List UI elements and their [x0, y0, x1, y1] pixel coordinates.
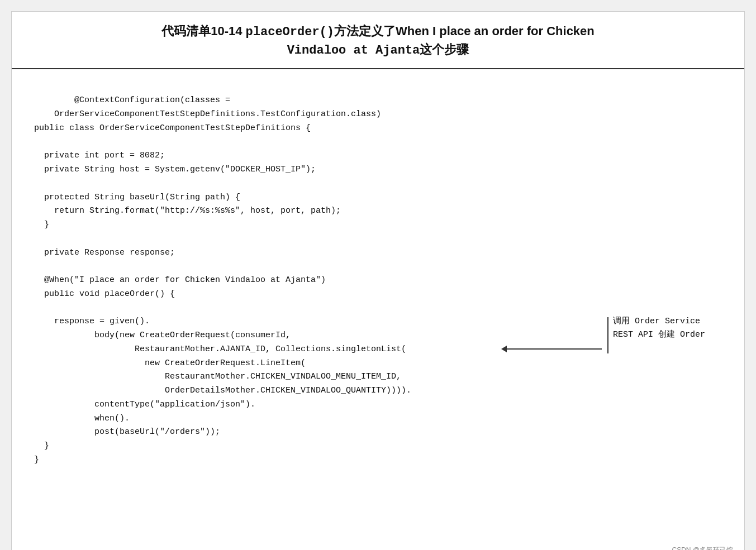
main-container: 代码清单10-14 placeOrder()方法定义了When I place … — [11, 11, 745, 550]
code-line-5: private int port = 8082; — [34, 151, 165, 160]
arrow-shaft — [507, 348, 602, 350]
code-wrapper: @ContextConfiguration(classes = OrderSer… — [34, 80, 722, 481]
code-line-20: new CreateOrderRequest.LineItem( — [34, 358, 306, 368]
code-line-22: OrderDetailsMother.CHICKEN_VINDALOO_QUAN… — [34, 386, 411, 395]
title-text: 代码清单10-14 placeOrder()方法定义了When I place … — [28, 23, 728, 60]
title-section: 代码清单10-14 placeOrder()方法定义了When I place … — [12, 12, 744, 69]
code-section: @ContextConfiguration(classes = OrderSer… — [12, 69, 744, 498]
code-line-24: when(). — [34, 414, 130, 423]
annotation-inner: 调用 Order Service REST API 创建 Order — [607, 315, 705, 353]
code-line-13 — [34, 261, 39, 271]
annotation-vertical-line — [607, 317, 608, 353]
annotation-line1: 调用 Order Service — [613, 315, 705, 329]
code-line-14: @When("I place an order for Chicken Vind… — [34, 275, 326, 285]
code-line-23: contentType("application/json"). — [34, 400, 255, 409]
title-prefix: 代码清单10-14 — [161, 24, 245, 38]
code-line-17: response = given(). — [34, 317, 150, 326]
code-line-21: RestaurantMother.CHICKEN_VINDALOO_MENU_I… — [34, 372, 401, 381]
code-line-11 — [34, 234, 39, 243]
arrow-wrapper — [501, 346, 602, 352]
title-mono: placeOrder() — [246, 25, 334, 39]
code-line-7 — [34, 179, 39, 188]
code-line-3: public class OrderServiceComponentTestSt… — [34, 123, 311, 133]
code-line-26: } — [34, 441, 49, 451]
code-line-9: return String.format("http://%s:%s%s", h… — [34, 206, 341, 216]
code-line-25: post(baseUrl("/orders")); — [34, 427, 220, 437]
title-suffix-cn: 方法定义了 — [334, 24, 396, 38]
code-line-19: RestaurantMother.AJANTA_ID, Collections.… — [34, 345, 406, 354]
annotation-line2: REST API 创建 Order — [613, 328, 705, 342]
code-line-1: @ContextConfiguration(classes = — [74, 95, 230, 105]
code-line-4 — [34, 137, 39, 147]
code-block: @ContextConfiguration(classes = OrderSer… — [34, 80, 722, 481]
annotation-content: 调用 Order Service REST API 创建 Order — [613, 315, 705, 343]
code-line-15: public void placeOrder() { — [34, 289, 175, 299]
annotation-container: 调用 Order Service REST API 创建 Order — [607, 315, 705, 353]
code-line-12: private Response response; — [34, 248, 175, 257]
title-suffix-en: When I place an order for Chicken — [396, 24, 595, 38]
watermark: CSDN @多氯环己烷 — [672, 546, 733, 550]
title-line2-en: Vindaloo at Ajanta — [287, 44, 420, 58]
code-line-8: protected String baseUrl(String path) { — [34, 193, 240, 202]
arrow-head-icon — [501, 346, 507, 352]
code-line-18: body(new CreateOrderRequest(consumerId, — [34, 331, 291, 340]
code-line-2: OrderServiceComponentTestStepDefinitions… — [34, 109, 381, 119]
code-line-10: } — [34, 220, 49, 229]
code-line-6: private String host = System.getenv("DOC… — [34, 165, 316, 174]
code-line-27: } — [34, 455, 39, 465]
title-line2-cn: 这个步骤 — [420, 42, 469, 56]
code-line-16 — [34, 303, 39, 313]
